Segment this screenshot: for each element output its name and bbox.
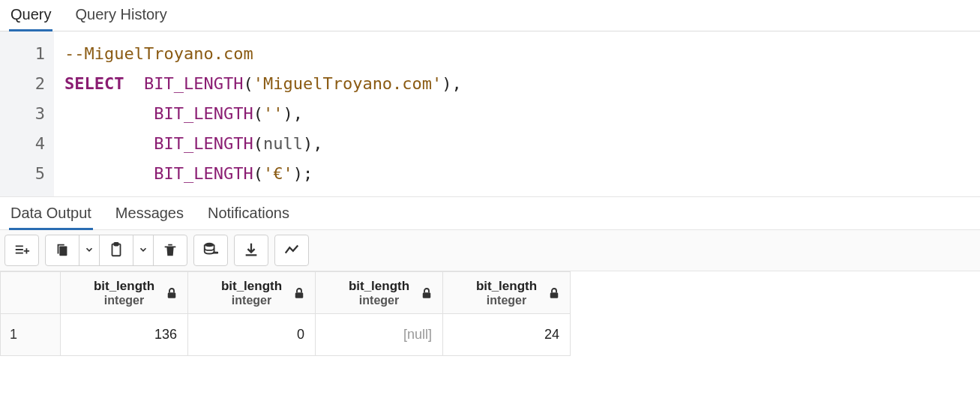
keyword-token: SELECT — [64, 74, 124, 93]
add-row-icon — [13, 241, 30, 260]
lock-icon — [420, 286, 433, 300]
paren-token: ( — [253, 164, 263, 183]
sql-editor[interactable]: 1 2 3 4 5 --MiguelTroyano.comSELECT BIT_… — [0, 31, 980, 197]
paren-token: ), — [442, 74, 462, 93]
svg-rect-10 — [168, 292, 176, 298]
tab-query-history[interactable]: Query History — [73, 0, 168, 31]
column-type: integer — [451, 294, 562, 307]
func-token: BIT_LENGTH — [144, 74, 243, 93]
copy-button[interactable] — [46, 235, 79, 265]
results-table: bit_length integer bit_length integer bi… — [0, 271, 571, 356]
code-line: BIT_LENGTH(''), — [64, 99, 462, 129]
result-tabs: Data Output Messages Notifications — [0, 197, 980, 230]
string-token: '' — [263, 104, 283, 123]
line-chart-icon — [283, 241, 300, 260]
paren-token: ( — [253, 104, 263, 123]
row-number-header[interactable] — [1, 272, 61, 314]
column-name: bit_length — [323, 279, 435, 294]
column-type: integer — [68, 294, 180, 307]
null-token: null — [263, 134, 303, 153]
paste-button[interactable] — [100, 235, 133, 265]
lock-icon — [547, 286, 561, 300]
space-token — [64, 104, 154, 123]
paren-token: ( — [253, 134, 263, 153]
graph-button[interactable] — [275, 235, 308, 265]
column-type: integer — [196, 294, 307, 307]
paren-token: ( — [243, 74, 253, 93]
paste-dropdown[interactable] — [133, 235, 153, 265]
column-header[interactable]: bit_length integer — [316, 272, 443, 314]
column-name: bit_length — [68, 279, 180, 294]
tab-notifications[interactable]: Notifications — [206, 199, 291, 229]
paren-token: ), — [283, 104, 303, 123]
column-name: bit_length — [451, 279, 562, 294]
space-token — [64, 134, 154, 153]
code-line: SELECT BIT_LENGTH('MiguelTroyano.com'), — [64, 69, 462, 99]
comment-token: --MiguelTroyano.com — [64, 44, 253, 63]
chevron-down-icon — [138, 244, 148, 257]
paren-token: ); — [293, 164, 313, 183]
code-line: BIT_LENGTH(null), — [64, 129, 462, 159]
paren-token: ), — [303, 134, 323, 153]
database-save-icon — [202, 241, 219, 260]
space-token — [64, 164, 154, 183]
tab-query[interactable]: Query — [9, 0, 52, 31]
svg-rect-7 — [114, 242, 118, 245]
code-area[interactable]: --MiguelTroyano.comSELECT BIT_LENGTH('Mi… — [54, 31, 462, 196]
tab-data-output[interactable]: Data Output — [9, 199, 93, 229]
svg-rect-12 — [423, 292, 431, 298]
svg-rect-13 — [550, 292, 559, 298]
download-button[interactable] — [235, 235, 268, 265]
line-number: 5 — [0, 159, 45, 189]
table-row[interactable]: 1 136 0 [null] 24 — [1, 314, 571, 356]
tab-messages[interactable]: Messages — [114, 199, 185, 229]
lock-icon — [165, 286, 178, 300]
column-name: bit_length — [196, 279, 307, 294]
svg-rect-11 — [295, 292, 304, 298]
data-cell[interactable]: [null] — [316, 314, 443, 356]
line-number: 4 — [0, 129, 45, 159]
line-number: 2 — [0, 69, 45, 99]
space-token — [124, 74, 144, 93]
download-icon — [243, 241, 259, 260]
svg-rect-5 — [59, 246, 67, 256]
code-line: BIT_LENGTH('€'); — [64, 159, 462, 189]
func-token: BIT_LENGTH — [154, 104, 253, 123]
svg-rect-9 — [213, 251, 218, 253]
func-token: BIT_LENGTH — [154, 134, 253, 153]
copy-icon — [54, 241, 70, 260]
svg-point-8 — [205, 242, 214, 247]
chevron-down-icon — [84, 244, 94, 257]
row-number[interactable]: 1 — [1, 314, 61, 356]
func-token: BIT_LENGTH — [154, 164, 253, 183]
copy-dropdown[interactable] — [79, 235, 99, 265]
line-gutter: 1 2 3 4 5 — [0, 31, 54, 196]
line-number: 1 — [0, 39, 45, 69]
data-cell[interactable]: 0 — [188, 314, 316, 356]
save-data-button[interactable] — [194, 235, 227, 265]
add-row-button[interactable] — [5, 235, 38, 265]
editor-tabs: Query Query History — [0, 0, 980, 31]
data-cell[interactable]: 24 — [443, 314, 571, 356]
column-type: integer — [323, 294, 435, 307]
string-token: '€' — [263, 164, 293, 183]
clipboard-icon — [108, 241, 124, 260]
data-cell[interactable]: 136 — [61, 314, 188, 356]
delete-button[interactable] — [154, 235, 187, 265]
code-line: --MiguelTroyano.com — [64, 39, 462, 69]
column-header[interactable]: bit_length integer — [188, 272, 316, 314]
column-header[interactable]: bit_length integer — [443, 272, 571, 314]
string-token: 'MiguelTroyano.com' — [253, 74, 442, 93]
trash-icon — [162, 241, 178, 260]
results-toolbar — [0, 230, 980, 271]
lock-icon — [292, 286, 306, 300]
line-number: 3 — [0, 99, 45, 129]
column-header[interactable]: bit_length integer — [61, 272, 188, 314]
